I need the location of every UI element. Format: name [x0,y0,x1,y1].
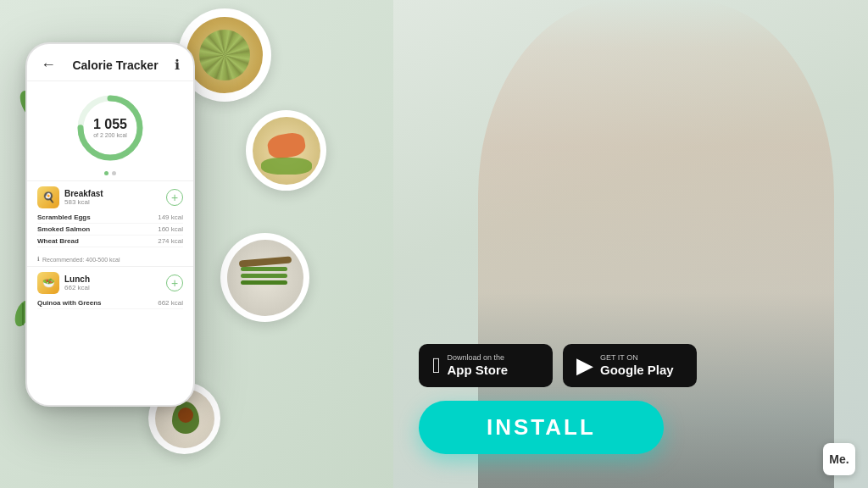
googleplay-text: GET IT ON Google Play [600,353,674,378]
food-item-eggs: Scrambled Eggs 149 kcal [37,212,183,224]
food-kcal-bread: 274 kcal [158,237,183,245]
lunch-name: Lunch [64,274,90,284]
meal-header-lunch: 🥗 Lunch 662 kcal + [37,272,183,294]
food-circle-salmon [246,110,326,191]
breakfast-icon: 🍳 [37,186,59,208]
breakfast-section: 🍳 Breakfast 583 kcal + Scrambled Eggs 14… [27,180,193,252]
info-icon[interactable]: ℹ [175,57,180,73]
lunch-section: 🥗 Lunch 662 kcal + Quinoa with Greens 66… [27,266,193,314]
apple-icon:  [432,352,441,379]
lunch-icon: 🥗 [37,272,59,294]
calorie-goal: of 2 200 kcal [93,132,127,138]
meal-header-breakfast: 🍳 Breakfast 583 kcal + [37,186,183,208]
calorie-ring-section: 1 055 of 2 200 kcal [27,81,193,180]
appstore-large-label: App Store [448,363,509,378]
food-kcal-quinoa: 662 kcal [158,299,183,307]
install-btn-container: INSTALL [393,401,868,454]
food-name-quinoa: Quinoa with Greens [37,299,102,307]
right-content:  Download on the App Store ▶ GET IT ON … [393,0,868,488]
food-item-quinoa: Quinoa with Greens 662 kcal [37,297,183,309]
phone-header: ← Calorie Tracker ℹ [27,44,193,81]
add-lunch-button[interactable]: + [166,274,183,291]
add-breakfast-button[interactable]: + [166,189,183,206]
food-name-salmon: Smoked Salmon [37,225,90,233]
food-item-salmon: Smoked Salmon 160 kcal [37,224,183,236]
googleplay-icon: ▶ [576,352,593,379]
food-kcal-eggs: 149 kcal [158,214,183,221]
app-store-button[interactable]:  Download on the App Store [419,344,553,387]
back-icon[interactable]: ← [41,56,56,74]
lunch-kcal: 662 kcal [64,284,90,291]
breakfast-kcal: 583 kcal [64,198,103,206]
phone-title: Calorie Tracker [72,58,158,72]
phone-container: ← Calorie Tracker ℹ 1 055 of 2 200 kcal [25,17,195,474]
dot-1 [104,171,108,175]
appstore-text: Download on the App Store [448,353,509,378]
food-name-bread: Wheat Bread [37,237,79,245]
calorie-text: 1 055 of 2 200 kcal [93,117,127,138]
breakfast-name: Breakfast [64,189,103,198]
calorie-number: 1 055 [93,117,127,132]
food-name-eggs: Scrambled Eggs [37,214,91,221]
phone-mockup: ← Calorie Tracker ℹ 1 055 of 2 200 kcal [25,42,195,407]
me-logo: Me. [823,443,855,475]
recommended-text: ℹ Recommended: 400-500 kcal [27,252,193,266]
googleplay-large-label: Google Play [600,363,674,378]
food-kcal-salmon: 160 kcal [158,225,183,233]
food-circle-asparagus [220,233,309,322]
googleplay-small-label: GET IT ON [600,353,674,363]
appstore-small-label: Download on the [448,353,509,363]
google-play-button[interactable]: ▶ GET IT ON Google Play [563,344,697,387]
meal-title-row: 🍳 Breakfast 583 kcal [37,186,103,208]
install-button[interactable]: INSTALL [419,401,664,454]
calorie-ring: 1 055 of 2 200 kcal [72,90,148,166]
lunch-title-row: 🥗 Lunch 662 kcal [37,272,90,294]
food-item-bread: Wheat Bread 274 kcal [37,236,183,247]
dot-2 [112,171,116,175]
store-buttons:  Download on the App Store ▶ GET IT ON … [393,344,868,401]
page-dots [104,171,116,175]
